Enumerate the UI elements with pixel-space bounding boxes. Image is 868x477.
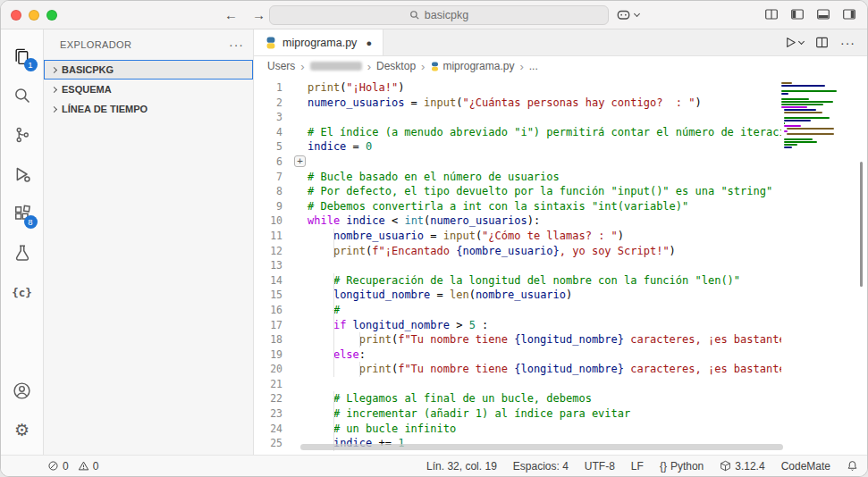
title-bar: ← → basicpkg [1,1,867,29]
extensions-badge: 8 [24,215,38,229]
python-icon [265,37,277,49]
run-python-file-button[interactable] [784,36,804,49]
tab-bar: miprograma.py ● ··· [254,29,867,56]
horizontal-scrollbar[interactable] [300,444,783,450]
chevron-right-icon [51,86,57,92]
settings-button[interactable]: ⚙ [1,410,44,449]
activity-bar: 1 8 {c} [1,29,44,455]
file-encoding[interactable]: UTF-8 [585,460,615,473]
activity-source-control-button[interactable] [1,115,44,155]
python-icon [430,62,440,71]
error-count: 0 [63,460,69,473]
minimize-window-button[interactable] [29,10,39,21]
code-editor[interactable]: 1234567891011121314151617181920212223242… [254,76,867,455]
account-button[interactable] [1,371,44,410]
warning-icon [78,460,89,472]
vscode-window: ← → basicpkg [0,0,868,477]
indentation-setting[interactable]: Espacios: 4 [513,460,569,473]
status-bar: 0 0 Lín. 32, col. 19 Espacios: 4 UTF-8 L… [1,455,867,476]
warning-count: 0 [93,460,99,473]
activity-explorer-button[interactable]: 1 [1,37,44,76]
editor-more-actions-button[interactable]: ··· [840,36,855,50]
breadcrumb: Users › › Desktop › miprograma.py › ... [254,56,867,76]
modified-dot-icon[interactable]: ● [366,38,372,48]
split-editor-icon [815,36,829,49]
language-label: Python [670,460,704,473]
gear-icon: ⚙ [14,420,29,440]
toggle-primary-sidebar-icon[interactable] [790,7,805,21]
chevron-down-icon [798,38,805,45]
account-icon [13,381,31,400]
tab-label: miprograma.py [282,37,357,49]
python-interpreter[interactable]: 3.12.4 [720,460,764,473]
breadcrumb-symbol[interactable]: ... [529,60,538,72]
braces-icon: {} [660,460,667,473]
toggle-panel-icon[interactable] [816,7,830,21]
breadcrumb-users[interactable]: Users [267,60,295,72]
package-icon [720,460,731,472]
explorer-badge: 1 [24,58,38,71]
activity-c-extension-button[interactable]: {c} [1,272,44,312]
zoom-window-button[interactable] [46,10,57,21]
section-label: LÍNEA DE TIEMPO [62,104,147,114]
problems-warnings[interactable]: 0 [78,460,99,473]
notifications-button[interactable] [847,460,858,472]
breadcrumb-redacted-user[interactable] [310,62,362,71]
interpreter-version: 3.12.4 [735,460,764,473]
sidebar-section-timeline[interactable]: LÍNEA DE TIEMPO [44,99,253,119]
chevron-down-icon [634,11,640,17]
editor-group: miprograma.py ● ··· Users › [254,29,867,455]
breadcrumb-file[interactable]: miprograma.py [430,60,514,72]
activity-run-debug-button[interactable] [1,155,44,194]
explorer-sidebar: EXPLORADOR ··· BASICPKG ESQUEMA LÍNEA DE… [44,29,254,455]
window-controls [1,10,57,21]
section-label: ESQUEMA [62,84,112,95]
copilot-icon [616,7,631,22]
language-mode[interactable]: {} Python [660,460,704,473]
play-icon [784,36,797,49]
activity-search-button[interactable] [1,76,44,115]
breadcrumb-separator: › [519,60,523,73]
navigate-back-button[interactable]: ← [224,7,238,22]
chevron-right-icon [51,105,57,112]
section-label: BASICPKG [62,64,114,75]
search-icon [13,87,31,105]
cursor-position[interactable]: Lín. 32, col. 19 [426,460,497,473]
close-window-button[interactable] [11,10,21,21]
sidebar-title: EXPLORADOR [60,39,131,50]
sidebar-more-actions-button[interactable]: ··· [229,38,244,52]
split-editor-button[interactable] [815,36,829,49]
breadcrumb-separator: › [421,60,425,73]
flask-icon [13,244,31,262]
sidebar-section-esquema[interactable]: ESQUEMA [44,80,253,99]
run-debug-icon [13,165,31,183]
customize-layout-icon[interactable] [764,7,779,21]
breadcrumb-separator: › [300,60,304,73]
toggle-secondary-sidebar-icon[interactable] [842,7,856,21]
activity-extensions-button[interactable]: 8 [1,194,44,233]
activity-testing-button[interactable] [1,233,44,272]
bell-icon [847,460,858,472]
c-braces-icon: {c} [12,286,32,299]
inline-add-button[interactable]: + [294,155,306,167]
tab-miprograma[interactable]: miprograma.py ● [254,29,383,55]
copilot-menu-button[interactable] [616,7,639,22]
breadcrumb-separator: › [367,60,371,73]
eol-setting[interactable]: LF [631,460,644,473]
command-center-query: basicpkg [425,9,468,21]
main-area: 1 8 {c} [1,29,867,455]
chevron-right-icon [51,66,57,72]
source-control-icon [13,126,31,144]
search-icon [409,10,420,21]
breadcrumb-file-label: miprograma.py [442,60,514,72]
command-center-search[interactable]: basicpkg [269,5,609,25]
problems-errors[interactable]: 0 [47,460,69,473]
codemate-extension[interactable]: CodeMate [781,460,830,473]
minimap[interactable] [781,76,855,455]
editor-gutter[interactable]: 1234567891011121314151617181920212223242… [254,76,293,455]
breadcrumb-desktop[interactable]: Desktop [376,60,416,72]
sidebar-section-basicpkg[interactable]: BASICPKG [44,60,253,80]
error-icon [47,460,59,472]
navigate-forward-button[interactable]: → [252,7,265,22]
vertical-scrollbar[interactable] [860,162,863,287]
